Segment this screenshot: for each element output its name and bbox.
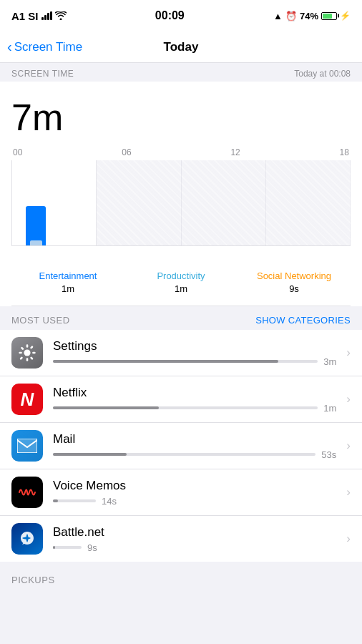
netflix-letter: N: [21, 389, 34, 411]
app-usage-battlenet: 9s: [53, 542, 336, 553]
svg-rect-9: [17, 439, 37, 453]
usage-bar-bg-battlenet: [53, 546, 82, 549]
pickups-section: PICKUPS: [0, 562, 362, 590]
app-time-mail: 53s: [321, 449, 336, 460]
status-right: ▲ ⏰ 74% ⚡: [273, 11, 351, 21]
legend-row: Entertainment 1m Productivity 1m Social …: [11, 262, 351, 306]
status-left: A1 SI: [11, 10, 67, 22]
hour-label-0: 00: [13, 147, 22, 157]
legend-productivity-value: 1m: [124, 283, 238, 294]
usage-bar-bg-settings: [53, 360, 318, 363]
app-info-battlenet: Battle.net 9s: [53, 525, 336, 553]
app-icon-voicememos: [11, 477, 43, 508]
svg-rect-1: [26, 344, 29, 348]
usage-bar-fill-voicememos: [53, 499, 58, 502]
grid-line-1: [12, 160, 97, 245]
usage-bar-bg-voicememos: [53, 499, 96, 502]
legend-social-label: Social Networking: [238, 270, 351, 281]
svg-rect-7: [19, 356, 23, 360]
svg-rect-6: [30, 346, 34, 349]
svg-rect-5: [21, 346, 24, 350]
legend-entertainment-value: 1m: [11, 283, 124, 294]
legend-social: Social Networking 9s: [238, 270, 351, 294]
app-info-voicememos: Voice Memos 14s: [53, 479, 336, 507]
app-icon-netflix: N: [11, 384, 43, 415]
total-time: 7m: [11, 96, 351, 139]
usage-bar-bg-netflix: [53, 406, 318, 409]
svg-rect-3: [19, 352, 22, 354]
legend-entertainment: Entertainment 1m: [11, 270, 124, 294]
app-info-mail: Mail 53s: [53, 432, 336, 460]
app-icon-mail: [11, 430, 43, 462]
bar-hour-0: [26, 206, 46, 245]
bar-stacked-0: [26, 240, 46, 245]
chart-empty-area: [97, 160, 351, 245]
app-name-mail: Mail: [53, 432, 336, 447]
app-time-voicememos: 14s: [102, 496, 117, 507]
app-info-settings: Settings 3m: [53, 339, 336, 367]
app-list: Settings 3m › N Netflix 1m ›: [0, 330, 362, 562]
status-time: 00:09: [155, 9, 185, 22]
chart-bars-container: [11, 160, 351, 246]
back-chevron-icon: ‹: [7, 39, 12, 55]
usage-bar-fill-mail: [53, 453, 127, 456]
legend-productivity-label: Productivity: [124, 270, 238, 281]
chevron-right-battlenet: ›: [346, 532, 351, 546]
app-row-battlenet[interactable]: Battle.net 9s ›: [0, 516, 362, 562]
wifi-icon: [55, 10, 67, 22]
svg-rect-4: [32, 352, 36, 354]
hour-label-12: 12: [230, 147, 240, 157]
screen-time-section-header: SCREEN TIME Today at 00:08: [0, 63, 362, 82]
app-icon-settings: [11, 337, 43, 369]
charging-icon: ⚡: [340, 11, 351, 21]
svg-rect-8: [30, 356, 34, 360]
back-label: Screen Time: [14, 40, 82, 54]
most-used-header: MOST USED SHOW CATEGORIES: [0, 306, 362, 330]
app-usage-mail: 53s: [53, 449, 336, 460]
main-card: 7m 00 06 12 18: [0, 82, 362, 306]
app-time-netflix: 1m: [323, 403, 336, 414]
svg-rect-2: [26, 358, 29, 361]
usage-bar-bg-mail: [53, 453, 315, 456]
nav-bar: ‹ Screen Time Today: [0, 31, 362, 63]
app-name-voicememos: Voice Memos: [53, 479, 336, 493]
app-info-netflix: Netflix 1m: [53, 386, 336, 414]
usage-bar-fill-netflix: [53, 406, 159, 409]
app-row-netflix[interactable]: N Netflix 1m ›: [0, 376, 362, 423]
bar-entertainment: [26, 206, 46, 245]
bar-productivity-small: [30, 240, 42, 245]
status-bar: A1 SI 00:09 ▲ ⏰ 74% ⚡: [0, 0, 362, 31]
app-row-mail[interactable]: Mail 53s ›: [0, 423, 362, 469]
app-row-voicememos[interactable]: Voice Memos 14s ›: [0, 469, 362, 516]
app-name-settings: Settings: [53, 339, 336, 353]
screen-time-label: SCREEN TIME: [11, 69, 74, 79]
show-categories-button[interactable]: SHOW CATEGORIES: [255, 315, 351, 326]
pickups-label: PICKUPS: [11, 575, 55, 585]
hour-label-18: 18: [340, 147, 349, 157]
legend-social-value: 9s: [238, 283, 351, 294]
app-usage-voicememos: 14s: [53, 496, 336, 507]
svg-point-0: [24, 349, 30, 356]
nav-title: Today: [164, 40, 199, 54]
battery-icon: [321, 12, 337, 20]
usage-bar-fill-battlenet: [53, 546, 55, 549]
location-icon: ▲: [273, 11, 283, 21]
screen-time-value: Today at 00:08: [294, 69, 351, 79]
back-button[interactable]: ‹ Screen Time: [7, 39, 82, 55]
app-row-settings[interactable]: Settings 3m ›: [0, 330, 362, 376]
carrier-label: A1 SI: [11, 10, 39, 22]
signal-icon: [41, 11, 52, 20]
legend-entertainment-label: Entertainment: [11, 270, 124, 281]
app-usage-settings: 3m: [53, 356, 336, 367]
legend-productivity: Productivity 1m: [124, 270, 238, 294]
usage-bar-fill-settings: [53, 360, 278, 363]
chart-area: 00 06 12 18: [11, 147, 351, 262]
chart-labels: 00 06 12 18: [11, 147, 351, 157]
chevron-right-netflix: ›: [346, 392, 351, 406]
battery-percent: 74%: [300, 11, 318, 21]
hour-label-6: 06: [122, 147, 131, 157]
chevron-right-mail: ›: [346, 439, 351, 453]
app-name-battlenet: Battle.net: [53, 525, 336, 540]
app-icon-battlenet: [11, 523, 43, 555]
chevron-right-settings: ›: [346, 346, 351, 360]
